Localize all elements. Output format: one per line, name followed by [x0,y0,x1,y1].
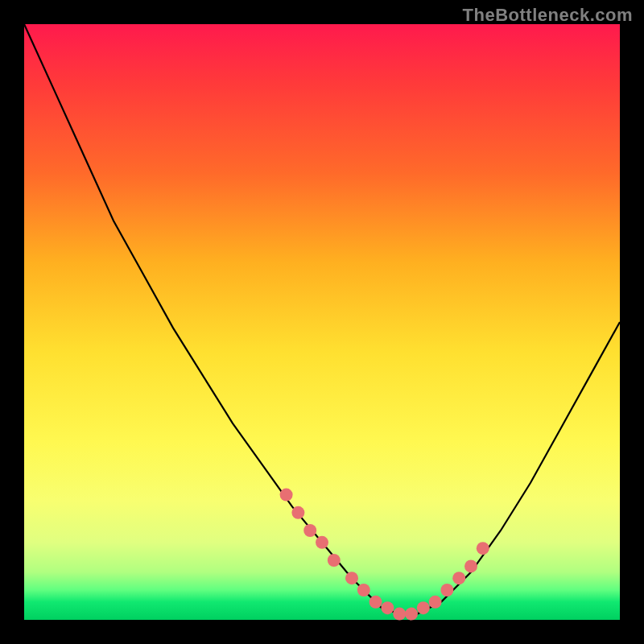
marker-point [303,524,316,537]
plot-area [24,24,620,620]
marker-point [316,536,328,549]
bottleneck-curve [24,24,620,614]
chart-svg [24,24,620,620]
marker-point [369,596,382,609]
marker-point [345,572,358,584]
marker-point [429,596,442,609]
marker-point [477,542,489,555]
marker-point [381,601,394,614]
marker-point [328,554,341,567]
chart-container: TheBottleneck.com [0,0,644,644]
marker-point [393,608,406,621]
marker-point [452,572,465,584]
watermark-text: TheBottleneck.com [463,5,633,26]
marker-point [464,559,477,572]
marker-point [357,584,370,597]
marker-point [405,608,418,621]
marker-point [280,489,293,502]
marker-point [291,506,304,519]
marker-point [440,584,453,597]
marker-point [417,601,430,614]
highlight-markers [280,489,489,621]
